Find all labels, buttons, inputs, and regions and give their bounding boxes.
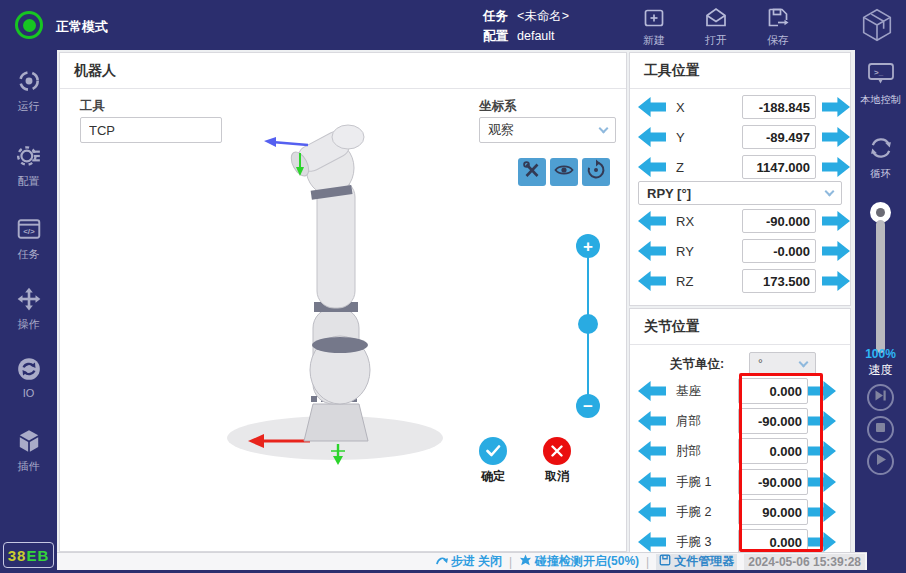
x-value-input[interactable] <box>742 95 816 119</box>
stop-icon <box>873 420 888 439</box>
joint-row-elbow: 肘部 <box>638 438 836 464</box>
speed-slider-track[interactable] <box>876 220 885 353</box>
position-row-rz: RZ <box>638 269 850 293</box>
shoulder-value-input[interactable] <box>738 408 808 434</box>
rx-value-input[interactable] <box>742 209 816 233</box>
confirm-button[interactable]: 确定 <box>464 437 522 485</box>
brand-logo-icon <box>856 5 898 45</box>
increment-arrow-rz[interactable] <box>822 271 850 291</box>
play-button[interactable] <box>867 448 894 475</box>
topbar-actions: 新建 打开 保存 <box>630 5 802 48</box>
local-control-button[interactable]: >_ 本地控制 <box>855 62 906 107</box>
ry-value-input[interactable] <box>742 239 816 263</box>
chevron-down-icon <box>799 358 809 368</box>
increment-arrow-y[interactable] <box>822 127 850 147</box>
file-manager-icon <box>659 554 671 569</box>
wrist1-value-input[interactable] <box>738 469 808 495</box>
file-manager-button[interactable]: 文件管理器 <box>656 554 737 570</box>
decrement-arrow-wrist3[interactable] <box>638 532 666 552</box>
eye-icon <box>553 159 575 185</box>
robot-model-image <box>190 108 490 488</box>
status-code-part2: EB <box>26 547 49 564</box>
decrement-arrow-y[interactable] <box>638 127 666 147</box>
rpy-dropdown[interactable]: RPY [°] <box>638 181 842 205</box>
decrement-arrow-x[interactable] <box>638 97 666 117</box>
zoom-out-button[interactable]: − <box>576 394 600 418</box>
sidebar-item-io[interactable]: IO <box>0 356 57 399</box>
rotate-view-button[interactable] <box>582 158 610 186</box>
cancel-button[interactable]: 取消 <box>528 437 586 485</box>
mode-status-dot <box>23 19 36 32</box>
increment-arrow-rx[interactable] <box>822 211 850 231</box>
loop-label: 循环 <box>871 167 891 181</box>
decrement-arrow-wrist2[interactable] <box>638 502 666 522</box>
zoom-slider-knob[interactable] <box>578 314 598 334</box>
y-value-input[interactable] <box>742 125 816 149</box>
sidebar-item-label: 配置 <box>18 174 40 189</box>
robot-panel: 机器人 工具 坐标系 观察 <box>59 52 627 552</box>
sidebar-item-task[interactable]: </> 任务 <box>0 216 57 262</box>
view-buttons <box>518 158 610 186</box>
joint-position-title: 关节位置 <box>630 309 850 345</box>
sidebar-item-run[interactable]: 运行 <box>0 68 57 114</box>
increment-arrow-x[interactable] <box>822 97 850 117</box>
open-icon <box>703 5 729 31</box>
save-button[interactable]: 保存 <box>754 5 802 48</box>
sidebar-item-plugin[interactable]: 插件 <box>0 428 57 474</box>
tools-button[interactable] <box>518 158 546 186</box>
joint-label: 手腕 2 <box>676 504 738 521</box>
axis-label: X <box>676 100 742 115</box>
elbow-value-input[interactable] <box>738 438 808 464</box>
frame-dropdown[interactable]: 观察 <box>479 117 616 143</box>
sidebar-item-operate[interactable]: 操作 <box>0 286 57 332</box>
increment-arrow-shoulder[interactable] <box>808 411 836 431</box>
chevron-down-icon <box>825 187 835 197</box>
z-value-input[interactable] <box>742 155 816 179</box>
speed-slider[interactable] <box>855 202 906 353</box>
decrement-arrow-base[interactable] <box>638 381 666 401</box>
rz-value-input[interactable] <box>742 269 816 293</box>
position-row-y: Y <box>638 125 850 149</box>
decrement-arrow-rz[interactable] <box>638 271 666 291</box>
loop-button[interactable]: 循环 <box>855 134 906 181</box>
joint-row-shoulder: 肩部 <box>638 408 836 434</box>
status-code-part1: 38 <box>8 547 27 564</box>
step-mode-toggle[interactable]: 步进 关闭 <box>435 553 502 570</box>
statusbar: 步进 关闭 | 碰撞检测开启(50%) | 文件管理器 2024-05-06 1… <box>57 552 867 570</box>
decrement-arrow-wrist1[interactable] <box>638 472 666 492</box>
stop-button[interactable] <box>867 416 894 443</box>
wrist2-value-input[interactable] <box>738 499 808 525</box>
decrement-arrow-rx[interactable] <box>638 211 666 231</box>
increment-arrow-wrist1[interactable] <box>808 472 836 492</box>
tool-input[interactable] <box>80 117 222 143</box>
chevron-down-icon <box>599 124 609 134</box>
increment-arrow-wrist3[interactable] <box>808 532 836 552</box>
zoom-in-button[interactable]: + <box>576 234 600 258</box>
joint-unit-dropdown[interactable]: ° <box>749 352 816 376</box>
open-button[interactable]: 打开 <box>692 5 740 48</box>
io-cycle-icon <box>16 356 42 384</box>
step-forward-button[interactable] <box>867 384 894 411</box>
decrement-arrow-elbow[interactable] <box>638 441 666 461</box>
main-area: 机器人 工具 坐标系 观察 <box>57 50 855 573</box>
new-button[interactable]: 新建 <box>630 5 678 48</box>
sidebar-item-config[interactable]: 配置 <box>0 143 57 189</box>
terminal-icon: >_ <box>867 62 895 90</box>
decrement-arrow-ry[interactable] <box>638 241 666 261</box>
increment-arrow-base[interactable] <box>808 381 836 401</box>
joint-row-base: 基座 <box>638 378 836 404</box>
open-button-label: 打开 <box>705 33 727 48</box>
position-row-x: X <box>638 95 850 119</box>
decrement-arrow-z[interactable] <box>638 157 666 177</box>
tool-position-title: 工具位置 <box>630 53 850 89</box>
axis-label: Z <box>676 160 742 175</box>
collision-detection-toggle[interactable]: 碰撞检测开启(50%) <box>519 553 639 570</box>
decrement-arrow-shoulder[interactable] <box>638 411 666 431</box>
increment-arrow-wrist2[interactable] <box>808 502 836 522</box>
increment-arrow-elbow[interactable] <box>808 441 836 461</box>
eye-button[interactable] <box>550 158 578 186</box>
base-value-input[interactable] <box>738 378 808 404</box>
step-forward-icon <box>873 388 888 407</box>
increment-arrow-ry[interactable] <box>822 241 850 261</box>
increment-arrow-z[interactable] <box>822 157 850 177</box>
